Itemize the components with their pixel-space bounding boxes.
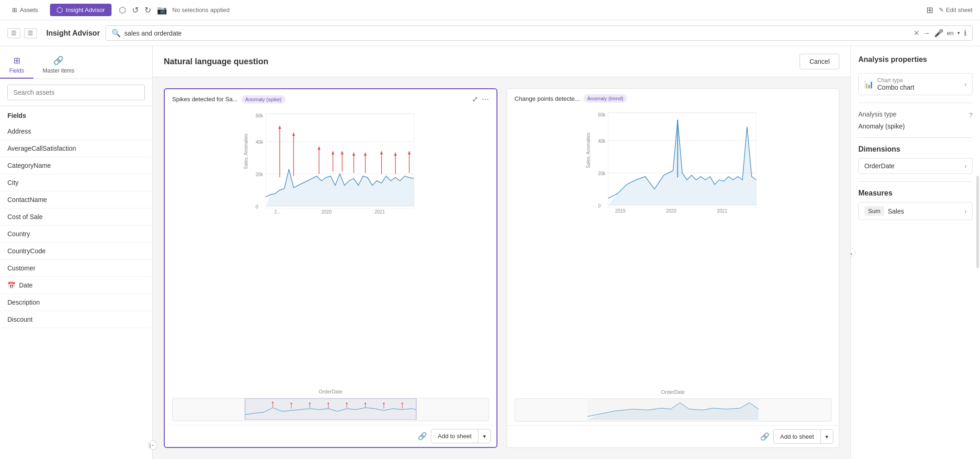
tab-assets[interactable]: ⊞ Assets <box>7 5 43 15</box>
svg-text:20k: 20k <box>598 171 606 176</box>
list-item[interactable]: Customer <box>0 260 152 277</box>
list-item[interactable]: Address <box>0 123 152 140</box>
search-icon: 🔍 <box>112 29 121 37</box>
camera-icon[interactable]: 📷 <box>157 5 167 15</box>
chart-body-1: 60k 40k 20k 0 Sales, Anomalies <box>165 107 496 389</box>
measures-row[interactable]: Sum Sales › <box>858 202 973 220</box>
assets-label: Assets <box>20 6 38 13</box>
analysis-properties-title: Analysis properties <box>858 55 973 64</box>
fields-nav-label: Fields <box>9 67 24 74</box>
add-to-sheet-label-1[interactable]: Add to sheet <box>431 429 478 443</box>
chart-body-2: 60k 40k 20k 0 Sales, Anomalies <box>507 106 839 389</box>
link-icon-2[interactable]: 🔗 <box>760 432 769 441</box>
search-mic-icon[interactable]: 🎤 <box>934 29 943 37</box>
svg-text:60k: 60k <box>256 113 264 118</box>
search-bar: 🔍 ✕ → 🎤 en ▾ ℹ <box>105 25 973 41</box>
svg-text:40k: 40k <box>256 140 264 145</box>
add-to-sheet-label-2[interactable]: Add to sheet <box>774 430 821 443</box>
list-item[interactable]: Country <box>0 226 152 243</box>
measures-aggregation: Sum <box>864 206 884 216</box>
list-item[interactable]: AverageCallSatisfaction <box>0 140 152 157</box>
help-icon[interactable]: ? <box>969 111 973 119</box>
dimensions-title: Dimensions <box>858 145 973 153</box>
list-item[interactable]: Discount <box>0 311 152 328</box>
analysis-type-label: Analysis type <box>858 110 896 118</box>
sheet-grid-icon[interactable]: ⊞ <box>926 5 933 15</box>
chart-type-label: Chart type <box>877 77 914 84</box>
list-item[interactable]: 📅 Date <box>0 277 152 294</box>
list-item[interactable]: CategoryName <box>0 157 152 174</box>
chart-card-1[interactable]: Spikes detected for Sa... Anomaly (spike… <box>164 88 497 448</box>
topbar-tool-icons: ⬡ ↺ ↻ 📷 No selections applied <box>119 5 230 15</box>
fields-header: Fields <box>0 106 152 123</box>
cancel-button[interactable]: Cancel <box>800 54 839 69</box>
search-clear-icon[interactable]: ✕ <box>913 29 919 37</box>
add-to-sheet-button-1[interactable]: Add to sheet ▾ <box>431 429 491 443</box>
svg-text:2019: 2019 <box>615 208 626 214</box>
svg-text:Sales, Anomalies: Sales, Anomalies <box>243 134 248 169</box>
expand-icon[interactable]: ⤢ <box>472 95 478 104</box>
field-label: AverageCallSatisfaction <box>7 145 76 152</box>
add-to-sheet-chevron-1[interactable]: ▾ <box>478 430 490 443</box>
field-label: CountryCode <box>7 247 46 255</box>
insight-icon: ⬡ <box>56 6 63 14</box>
link-icon-1[interactable]: 🔗 <box>418 432 427 441</box>
info-icon[interactable]: ℹ <box>964 29 967 37</box>
field-label: Date <box>19 282 33 289</box>
minimap-2 <box>515 398 831 422</box>
add-to-sheet-button-2[interactable]: Add to sheet ▾ <box>773 429 833 444</box>
nlq-bar: Natural language question Cancel <box>153 46 850 77</box>
fields-list: Address AverageCallSatisfaction Category… <box>0 123 152 459</box>
edit-sheet-button[interactable]: ✎ Edit sheet <box>939 6 973 13</box>
x-label-1: OrderDate <box>165 389 496 394</box>
list-item[interactable]: Cost of Sale <box>0 208 152 226</box>
charts-area: Spikes detected for Sa... Anomaly (spike… <box>153 77 850 459</box>
no-selections-label: No selections applied <box>173 6 230 13</box>
divider-2 <box>858 137 973 138</box>
chevron-right-icon: › <box>964 80 967 88</box>
redo-icon[interactable]: ↻ <box>144 5 151 15</box>
lasso-icon[interactable]: ⬡ <box>119 5 126 15</box>
sidebar-nav: ⊞ Fields 🔗 Master items <box>0 46 152 79</box>
measures-title: Measures <box>858 189 973 197</box>
dimension-row[interactable]: OrderDate › <box>858 158 973 174</box>
measures-row-left: Sum Sales <box>864 206 904 216</box>
dimension-value: OrderDate <box>864 162 894 170</box>
search-input[interactable] <box>124 30 910 37</box>
topbar-right: ⊞ ✎ Edit sheet <box>926 5 973 15</box>
master-items-icon: 🔗 <box>53 55 63 66</box>
topbar-left: ⊞ Assets ⬡ Insight Advisor ⬡ ↺ ↻ 📷 No se… <box>7 4 919 16</box>
list-item[interactable]: Description <box>0 294 152 311</box>
search-submit-icon[interactable]: → <box>923 29 930 37</box>
chart-type-row[interactable]: 📊 Chart type Combo chart › <box>858 73 973 95</box>
measures-section: Measures Sum Sales › <box>858 189 973 220</box>
list-item[interactable]: City <box>0 174 152 191</box>
collapse-sidebar-button[interactable]: |← <box>148 441 153 450</box>
list-item[interactable]: CountryCode <box>0 243 152 260</box>
collapse-right-panel-button[interactable]: ▲ <box>850 248 856 258</box>
add-to-sheet-chevron-2[interactable]: ▾ <box>821 430 833 443</box>
chart-header-1: Spikes detected for Sa... Anomaly (spike… <box>165 89 496 107</box>
svg-text:0: 0 <box>256 204 259 209</box>
toggle-panel-right-button[interactable]: ☰ <box>24 28 37 38</box>
field-label: City <box>7 179 19 186</box>
search-assets-input[interactable] <box>7 85 145 100</box>
list-item[interactable]: ContactName <box>0 191 152 208</box>
toggle-panel-left-button[interactable]: ☰ <box>7 28 20 38</box>
tab-insight-advisor[interactable]: ⬡ Insight Advisor <box>50 4 112 16</box>
dimensions-section: Dimensions OrderDate › <box>858 145 973 174</box>
chart-card-2[interactable]: Change points detecte... Anomaly (trend)… <box>507 88 839 448</box>
field-label: Country <box>7 230 30 238</box>
search-language[interactable]: en <box>947 30 954 37</box>
nlq-title: Natural language question <box>164 57 268 67</box>
svg-text:2020: 2020 <box>322 209 332 214</box>
undo-icon[interactable]: ↺ <box>132 5 139 15</box>
chevron-down-icon[interactable]: ▾ <box>957 30 960 36</box>
sidebar-item-master-items[interactable]: 🔗 Master items <box>33 52 84 79</box>
field-label: Customer <box>7 264 36 272</box>
sidebar-item-fields[interactable]: ⊞ Fields <box>0 52 33 79</box>
chevron-right-icon-2: › <box>964 162 967 170</box>
chart-footer-1: 🔗 Add to sheet ▾ <box>165 425 496 447</box>
more-options-icon[interactable]: ⋯ <box>482 95 489 104</box>
fields-icon: ⊞ <box>13 55 20 66</box>
